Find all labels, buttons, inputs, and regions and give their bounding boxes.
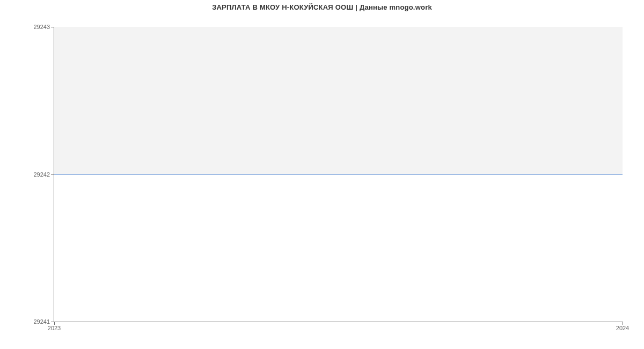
x-tick-label: 2024 [616, 322, 629, 331]
y-tick-label: 29243 [33, 24, 54, 30]
y-tick-label: 29242 [33, 171, 54, 178]
plot-shade [54, 27, 623, 174]
plot-area: 29241 29242 29243 2023 2024 [54, 27, 623, 322]
chart-container: ЗАРПЛАТА В МКОУ Н-КОКУЙСКАЯ ООШ | Данные… [0, 0, 644, 349]
data-line [54, 174, 623, 175]
x-tick-label: 2023 [48, 322, 61, 331]
chart-title: ЗАРПЛАТА В МКОУ Н-КОКУЙСКАЯ ООШ | Данные… [0, 3, 644, 11]
